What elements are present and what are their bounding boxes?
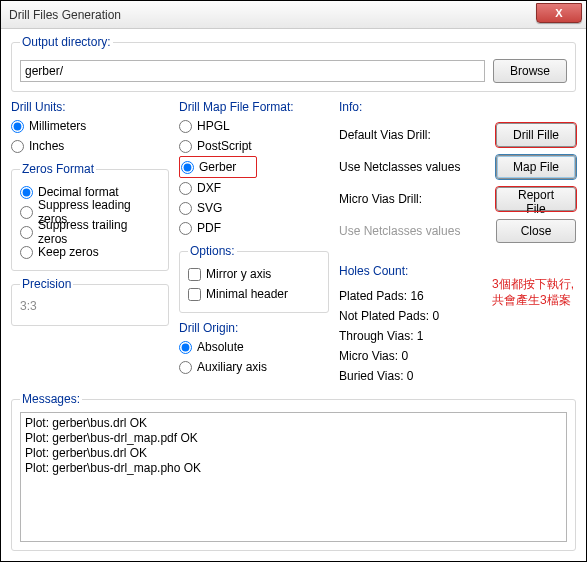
close-icon[interactable]: X bbox=[536, 3, 582, 23]
holes-not-plated: Not Plated Pads: 0 bbox=[339, 306, 576, 326]
radio-gerber[interactable]: Gerber bbox=[181, 157, 236, 177]
drill-map-title: Drill Map File Format: bbox=[179, 100, 329, 114]
titlebar: Drill Files Generation X bbox=[1, 1, 586, 29]
dialog-window: Drill Files Generation X Output director… bbox=[0, 0, 587, 562]
radio-pdf[interactable]: PDF bbox=[179, 218, 329, 238]
radio-dxf[interactable]: DXF bbox=[179, 178, 329, 198]
close-button[interactable]: Close bbox=[496, 219, 576, 243]
report-file-button[interactable]: Report File bbox=[496, 187, 576, 211]
check-minimal-header[interactable]: Minimal header bbox=[188, 284, 320, 304]
zeros-format-title: Zeros Format bbox=[20, 162, 96, 176]
window-title: Drill Files Generation bbox=[9, 8, 121, 22]
radio-millimeters[interactable]: Millimeters bbox=[11, 116, 169, 136]
drill-origin-title: Drill Origin: bbox=[179, 321, 329, 335]
output-directory-label: Output directory: bbox=[20, 35, 113, 49]
precision-title: Precision bbox=[20, 277, 73, 291]
drill-units-title: Drill Units: bbox=[11, 100, 169, 114]
messages-area[interactable]: Plot: gerber\bus.drl OKPlot: gerber\bus-… bbox=[20, 412, 567, 542]
info-default-vias: Default Vias Drill: bbox=[339, 128, 490, 142]
info-title: Info: bbox=[339, 100, 576, 114]
holes-buried: Buried Vias: 0 bbox=[339, 366, 576, 386]
zeros-format-group: Zeros Format Decimal format Suppress lea… bbox=[11, 162, 169, 271]
info-use-netclasses-1: Use Netclasses values bbox=[339, 160, 490, 174]
info-micro-vias: Micro Vias Drill: bbox=[339, 192, 490, 206]
precision-group: Precision 3:3 bbox=[11, 277, 169, 326]
output-directory-input[interactable] bbox=[20, 60, 485, 82]
check-mirror-y[interactable]: Mirror y axis bbox=[188, 264, 320, 284]
map-file-button[interactable]: Map File bbox=[496, 155, 576, 179]
browse-button[interactable]: Browse bbox=[493, 59, 567, 83]
radio-inches[interactable]: Inches bbox=[11, 136, 169, 156]
radio-hpgl[interactable]: HPGL bbox=[179, 116, 329, 136]
radio-absolute[interactable]: Absolute bbox=[179, 337, 329, 357]
radio-postscript[interactable]: PostScript bbox=[179, 136, 329, 156]
messages-group: Messages: Plot: gerber\bus.drl OKPlot: g… bbox=[11, 392, 576, 551]
info-use-netclasses-2: Use Netclasses values bbox=[339, 224, 490, 238]
annotation-text: 3個都按下執行, 共會產生3檔案 bbox=[492, 276, 574, 308]
messages-title: Messages: bbox=[20, 392, 82, 406]
precision-value: 3:3 bbox=[20, 297, 160, 317]
options-title: Options: bbox=[188, 244, 237, 258]
radio-suppress-trailing[interactable]: Suppress trailing zeros bbox=[20, 222, 160, 242]
output-directory-group: Output directory: Browse bbox=[11, 35, 576, 92]
radio-auxiliary-axis[interactable]: Auxiliary axis bbox=[179, 357, 329, 377]
holes-micro: Micro Vias: 0 bbox=[339, 346, 576, 366]
drill-file-button[interactable]: Drill Fille bbox=[496, 123, 576, 147]
options-group: Options: Mirror y axis Minimal header bbox=[179, 244, 329, 313]
holes-through: Through Vias: 1 bbox=[339, 326, 576, 346]
radio-svg[interactable]: SVG bbox=[179, 198, 329, 218]
